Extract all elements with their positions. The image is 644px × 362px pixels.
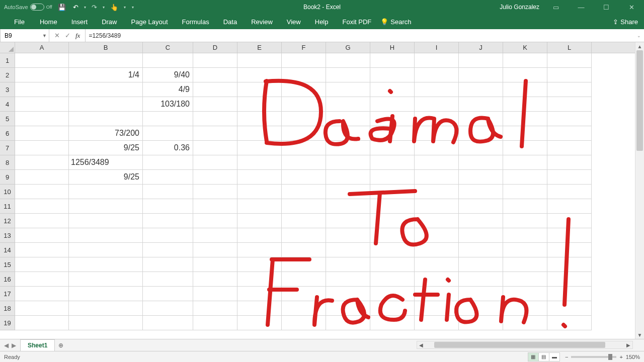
cell-D3[interactable] bbox=[193, 82, 237, 97]
cell-J16[interactable] bbox=[459, 272, 503, 287]
undo-icon[interactable]: ↶ bbox=[71, 4, 80, 11]
cell-C12[interactable] bbox=[143, 214, 193, 228]
cell-H1[interactable] bbox=[370, 53, 415, 68]
cell-A17[interactable] bbox=[15, 287, 69, 301]
tab-page-layout[interactable]: Page Layout bbox=[124, 14, 175, 29]
cell-I9[interactable] bbox=[415, 170, 459, 185]
cell-B2[interactable]: 1/4 bbox=[69, 68, 143, 82]
row-header[interactable]: 11 bbox=[0, 199, 15, 214]
cell-D8[interactable] bbox=[193, 155, 237, 170]
cell-F19[interactable] bbox=[282, 316, 326, 330]
cell-C10[interactable] bbox=[143, 185, 193, 199]
cell-G12[interactable] bbox=[326, 214, 370, 228]
cell-D11[interactable] bbox=[193, 199, 237, 214]
touch-mode-icon[interactable]: 👆 bbox=[109, 4, 120, 11]
expand-formula-bar-icon[interactable]: ⌄ bbox=[634, 29, 644, 42]
cell-I15[interactable] bbox=[415, 257, 459, 272]
qat-customize-icon[interactable]: ▾ bbox=[132, 5, 134, 10]
cell-H8[interactable] bbox=[370, 155, 415, 170]
cell-H9[interactable] bbox=[370, 170, 415, 185]
tab-help[interactable]: Help bbox=[308, 14, 336, 29]
cell-F17[interactable] bbox=[282, 287, 326, 301]
cell-C7[interactable]: 0.36 bbox=[143, 141, 193, 155]
tab-review[interactable]: Review bbox=[244, 14, 280, 29]
cell-L15[interactable] bbox=[547, 257, 592, 272]
cell-F13[interactable] bbox=[282, 228, 326, 243]
cell-C16[interactable] bbox=[143, 272, 193, 287]
cell-K4[interactable] bbox=[503, 97, 547, 112]
cell-K6[interactable] bbox=[503, 126, 547, 141]
cell-H14[interactable] bbox=[370, 243, 415, 257]
cell-D6[interactable] bbox=[193, 126, 237, 141]
cell-D14[interactable] bbox=[193, 243, 237, 257]
cell-A9[interactable] bbox=[15, 170, 69, 185]
cell-I18[interactable] bbox=[415, 301, 459, 316]
cell-J18[interactable] bbox=[459, 301, 503, 316]
save-icon[interactable]: 💾 bbox=[56, 4, 67, 11]
cell-E5[interactable] bbox=[237, 112, 282, 126]
cell-B10[interactable] bbox=[69, 185, 143, 199]
cell-D19[interactable] bbox=[193, 316, 237, 330]
cell-E9[interactable] bbox=[237, 170, 282, 185]
cell-E2[interactable] bbox=[237, 68, 282, 82]
cell-K8[interactable] bbox=[503, 155, 547, 170]
redo-icon[interactable]: ↷ bbox=[90, 4, 99, 11]
cell-B5[interactable] bbox=[69, 112, 143, 126]
cell-J9[interactable] bbox=[459, 170, 503, 185]
zoom-out-button[interactable]: − bbox=[565, 354, 568, 360]
cell-L1[interactable] bbox=[547, 53, 592, 68]
cell-B11[interactable] bbox=[69, 199, 143, 214]
cell-E13[interactable] bbox=[237, 228, 282, 243]
cell-J11[interactable] bbox=[459, 199, 503, 214]
cell-J5[interactable] bbox=[459, 112, 503, 126]
zoom-in-button[interactable]: + bbox=[619, 354, 622, 360]
cell-H17[interactable] bbox=[370, 287, 415, 301]
cell-A8[interactable] bbox=[15, 155, 69, 170]
cell-C9[interactable] bbox=[143, 170, 193, 185]
row-header[interactable]: 12 bbox=[0, 214, 15, 228]
cell-B8[interactable]: 1256/3489 bbox=[69, 155, 143, 170]
cell-L14[interactable] bbox=[547, 243, 592, 257]
cell-A6[interactable] bbox=[15, 126, 69, 141]
scroll-down-icon[interactable]: ▼ bbox=[635, 331, 644, 339]
cell-F11[interactable] bbox=[282, 199, 326, 214]
scroll-right-icon[interactable]: ▶ bbox=[624, 342, 632, 348]
row-header[interactable]: 8 bbox=[0, 155, 15, 170]
cell-I14[interactable] bbox=[415, 243, 459, 257]
cell-A3[interactable] bbox=[15, 82, 69, 97]
row-header[interactable]: 4 bbox=[0, 97, 15, 112]
cell-H5[interactable] bbox=[370, 112, 415, 126]
cell-F16[interactable] bbox=[282, 272, 326, 287]
cell-J19[interactable] bbox=[459, 316, 503, 330]
cell-D10[interactable] bbox=[193, 185, 237, 199]
cell-I3[interactable] bbox=[415, 82, 459, 97]
cell-K16[interactable] bbox=[503, 272, 547, 287]
cell-C15[interactable] bbox=[143, 257, 193, 272]
cell-G18[interactable] bbox=[326, 301, 370, 316]
cell-J12[interactable] bbox=[459, 214, 503, 228]
hscroll-thumb[interactable] bbox=[434, 342, 605, 348]
tab-insert[interactable]: Insert bbox=[64, 14, 95, 29]
tab-foxit-pdf[interactable]: Foxit PDF bbox=[336, 14, 379, 29]
row-header[interactable]: 6 bbox=[0, 126, 15, 141]
cell-A14[interactable] bbox=[15, 243, 69, 257]
cell-H13[interactable] bbox=[370, 228, 415, 243]
autosave-toggle[interactable]: AutoSave Off bbox=[4, 4, 52, 11]
cell-C3[interactable]: 4/9 bbox=[143, 82, 193, 97]
tab-file[interactable]: File bbox=[6, 14, 33, 29]
cell-H16[interactable] bbox=[370, 272, 415, 287]
cell-K9[interactable] bbox=[503, 170, 547, 185]
cell-D1[interactable] bbox=[193, 53, 237, 68]
cell-K18[interactable] bbox=[503, 301, 547, 316]
row-header[interactable]: 7 bbox=[0, 141, 15, 155]
cell-C13[interactable] bbox=[143, 228, 193, 243]
cell-G11[interactable] bbox=[326, 199, 370, 214]
cell-L18[interactable] bbox=[547, 301, 592, 316]
cell-B4[interactable] bbox=[69, 97, 143, 112]
cell-F3[interactable] bbox=[282, 82, 326, 97]
cell-F10[interactable] bbox=[282, 185, 326, 199]
cell-G9[interactable] bbox=[326, 170, 370, 185]
tell-me-search[interactable]: 💡 Search bbox=[380, 18, 411, 26]
cell-I1[interactable] bbox=[415, 53, 459, 68]
cell-A4[interactable] bbox=[15, 97, 69, 112]
